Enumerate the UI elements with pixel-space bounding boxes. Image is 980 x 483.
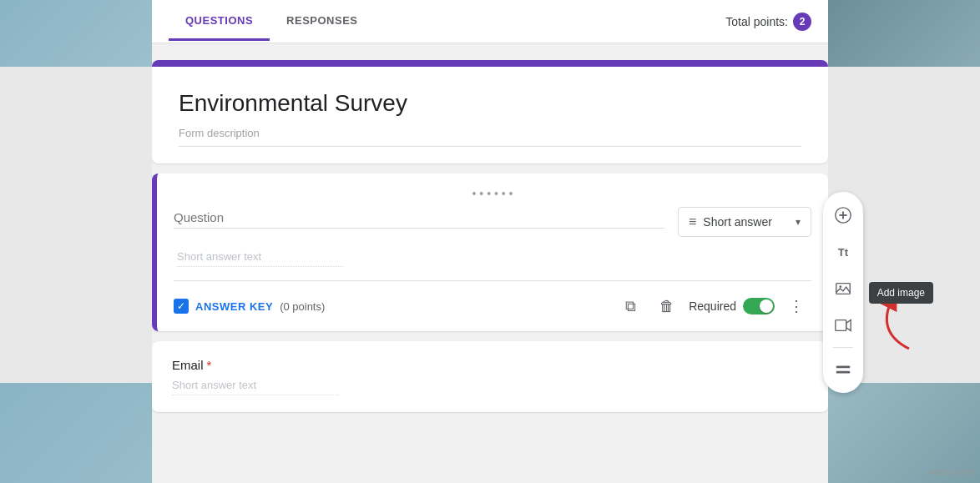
- watermark: wsxdn.com: [927, 466, 973, 476]
- more-icon: ⋮: [789, 297, 804, 315]
- toolbar-divider: [833, 347, 853, 348]
- add-question-button[interactable]: [826, 199, 860, 232]
- short-answer-text: Short answer text: [177, 250, 344, 267]
- answer-key-button[interactable]: ✓ ANSWER KEY (0 points): [174, 299, 325, 314]
- question-row: ≡ Short answer ▾: [174, 207, 811, 237]
- copy-icon: ⧉: [625, 298, 636, 315]
- more-options-button[interactable]: ⋮: [781, 291, 811, 321]
- add-image-button[interactable]: [826, 272, 860, 305]
- plus-circle-icon: [834, 206, 852, 224]
- email-short-answer-text: Short answer text: [172, 379, 339, 395]
- add-video-button[interactable]: [826, 309, 860, 342]
- sidebar-toolbar: Tt: [823, 192, 863, 393]
- total-points-label: Total points:: [725, 15, 788, 28]
- chevron-down-icon: ▾: [796, 216, 801, 228]
- tabs-left: QUESTIONS RESPONSES: [169, 3, 375, 41]
- footer-actions: ⧉ 🗑 Required ⋮: [615, 291, 811, 321]
- required-toggle: Required: [689, 298, 775, 314]
- answer-type-label: Short answer: [703, 215, 789, 229]
- email-title: Email *: [172, 358, 808, 372]
- points-label: (0 points): [280, 300, 325, 313]
- total-points: Total points: 2: [725, 13, 811, 31]
- copy-button[interactable]: ⧉: [615, 291, 645, 321]
- required-label: Required: [689, 299, 736, 313]
- form-content: Environmental Survey Form description • …: [152, 43, 828, 483]
- tabs-header: QUESTIONS RESPONSES Total points: 2: [152, 0, 828, 43]
- question-footer: ✓ ANSWER KEY (0 points) ⧉ 🗑 Required: [174, 280, 811, 321]
- required-toggle-switch[interactable]: [743, 298, 775, 314]
- required-star: *: [207, 358, 212, 372]
- section-icon: [834, 360, 852, 379]
- delete-button[interactable]: 🗑: [652, 291, 682, 321]
- points-badge: 2: [793, 13, 811, 31]
- image-icon: [834, 279, 852, 298]
- question-input[interactable]: [174, 207, 664, 229]
- answer-type-icon: ≡: [689, 214, 696, 229]
- question-input-wrapper: [174, 207, 664, 229]
- form-description: Form description: [179, 127, 801, 147]
- email-title-text: Email: [172, 358, 204, 372]
- toggle-knob: [760, 299, 773, 313]
- title-card: Environmental Survey Form description: [152, 60, 828, 164]
- tab-responses[interactable]: RESPONSES: [270, 3, 374, 41]
- answer-type-selector[interactable]: ≡ Short answer ▾: [678, 207, 811, 237]
- form-wrapper: QUESTIONS RESPONSES Total points: 2 Envi…: [152, 0, 828, 483]
- answer-key-checkbox: ✓: [174, 299, 189, 314]
- add-title-button[interactable]: Tt: [826, 235, 860, 269]
- tooltip-text: Add image: [877, 287, 925, 299]
- add-section-button[interactable]: [826, 353, 860, 386]
- add-image-tooltip: Add image: [869, 282, 933, 304]
- question-card: • • • • • • ≡ Short answer ▾ Short answe…: [152, 174, 828, 331]
- form-title: Environmental Survey: [179, 90, 801, 117]
- drag-handle: • • • • • •: [174, 187, 811, 200]
- video-icon: [834, 316, 852, 335]
- title-text-icon: Tt: [838, 247, 848, 258]
- svg-rect-8: [836, 371, 851, 374]
- tab-questions[interactable]: QUESTIONS: [169, 3, 270, 41]
- svg-point-4: [839, 285, 841, 288]
- answer-key-label: ANSWER KEY: [195, 300, 273, 313]
- svg-rect-7: [836, 365, 851, 368]
- email-card: Email * Short answer text: [152, 341, 828, 412]
- trash-icon: 🗑: [659, 298, 674, 315]
- svg-rect-5: [836, 320, 846, 331]
- svg-marker-6: [846, 320, 851, 331]
